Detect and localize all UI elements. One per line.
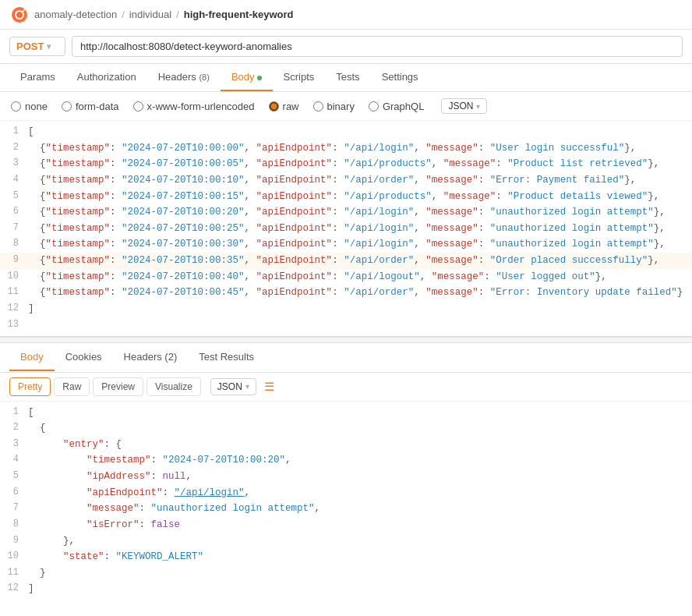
option-raw[interactable]: raw (269, 101, 299, 112)
method-label: POST (16, 41, 44, 52)
chevron-down-icon: ▾ (47, 42, 51, 51)
code-line: 6 "apiEndpoint": "/api/login", (0, 485, 692, 501)
breadcrumb: anomaly-detection / individual / high-fr… (34, 9, 294, 20)
option-form-data[interactable]: form-data (62, 101, 119, 112)
code-line: 1 [ (0, 405, 692, 421)
code-line: 9 {"timestamp": "2024-07-20T10:00:35", "… (0, 253, 692, 269)
json-type-select[interactable]: JSON ▾ (441, 98, 487, 114)
url-bar-row: POST ▾ (0, 30, 692, 64)
code-line: 12 ] (0, 301, 692, 317)
option-urlencoded[interactable]: x-www-form-urlencoded (133, 101, 255, 112)
code-line: 4 "timestamp": "2024-07-20T10:00:20", (0, 452, 692, 469)
response-json-label: JSON (217, 381, 242, 392)
section-divider (0, 337, 692, 343)
method-select[interactable]: POST ▾ (9, 37, 65, 56)
tab-headers[interactable]: Headers (8) (147, 64, 221, 91)
response-format-bar: Pretty Raw Preview Visualize JSON ▾ ☰ (0, 373, 692, 402)
top-bar: anomaly-detection / individual / high-fr… (0, 0, 692, 30)
resp-tab-test-results[interactable]: Test Results (188, 344, 265, 371)
code-line: 2 { (0, 420, 692, 437)
chevron-down-icon: ▾ (245, 382, 249, 391)
code-line: 11 {"timestamp": "2024-07-20T10:00:45", … (0, 285, 692, 301)
option-binary[interactable]: binary (313, 101, 355, 112)
chevron-down-icon: ▾ (476, 102, 480, 111)
code-line: 7 "message": "unauthorized login attempt… (0, 501, 692, 517)
breadcrumb-part2[interactable]: individual (129, 9, 171, 20)
code-line: 7 {"timestamp": "2024-07-20T10:00:25", "… (0, 221, 692, 237)
code-line: 10 {"timestamp": "2024-07-20T10:00:40", … (0, 269, 692, 285)
code-line: 2 {"timestamp": "2024-07-20T10:00:00", "… (0, 140, 692, 157)
code-line: 8 "isError": false (0, 517, 692, 533)
tab-tests[interactable]: Tests (325, 64, 370, 91)
code-line: 8 {"timestamp": "2024-07-20T10:00:30", "… (0, 236, 692, 253)
breadcrumb-part1[interactable]: anomaly-detection (34, 9, 117, 20)
tab-scripts[interactable]: Scripts (273, 64, 326, 91)
tab-settings[interactable]: Settings (371, 64, 429, 91)
format-raw-button[interactable]: Raw (54, 377, 90, 396)
code-line: 5 {"timestamp": "2024-07-20T10:00:15", "… (0, 189, 692, 205)
tab-authorization[interactable]: Authorization (66, 64, 147, 91)
request-code-editor[interactable]: 1 [ 2 {"timestamp": "2024-07-20T10:00:00… (0, 121, 692, 337)
response-code-editor: 1 [ 2 { 3 "entry": { 4 "timestamp": "202… (0, 402, 692, 601)
code-line: 5 "ipAddress": null, (0, 469, 692, 485)
json-type-label: JSON (448, 101, 473, 112)
response-tab-bar: Body Cookies Headers (2) Test Results (0, 343, 692, 373)
code-line: 3 {"timestamp": "2024-07-20T10:00:05", "… (0, 156, 692, 172)
code-line: 13 (0, 317, 692, 333)
postman-logo (11, 6, 28, 23)
tab-body[interactable]: Body (221, 64, 273, 91)
resp-tab-cookies[interactable]: Cookies (55, 344, 113, 371)
code-line: 6 {"timestamp": "2024-07-20T10:00:20", "… (0, 204, 692, 221)
format-preview-button[interactable]: Preview (93, 377, 143, 396)
option-graphql[interactable]: GraphQL (369, 101, 424, 112)
url-input[interactable] (72, 36, 683, 57)
code-line: 10 "state": "KEYWORD_ALERT" (0, 549, 692, 565)
filter-icon[interactable]: ☰ (264, 380, 274, 394)
code-line: 11 } (0, 565, 692, 582)
request-tab-bar: Params Authorization Headers (8) Body Sc… (0, 64, 692, 92)
response-json-select[interactable]: JSON ▾ (210, 378, 256, 395)
option-none[interactable]: none (11, 101, 48, 112)
code-line: 1 [ (0, 124, 692, 140)
breadcrumb-current: high-frequent-keyword (184, 9, 294, 20)
code-line: 9 }, (0, 533, 692, 550)
format-visualize-button[interactable]: Visualize (147, 377, 201, 396)
format-pretty-button[interactable]: Pretty (9, 377, 51, 396)
resp-tab-headers[interactable]: Headers (2) (113, 344, 189, 371)
tab-params[interactable]: Params (9, 64, 66, 91)
code-line: 4 {"timestamp": "2024-07-20T10:00:10", "… (0, 172, 692, 189)
code-line: 3 "entry": { (0, 437, 692, 453)
code-line: 12 ] (0, 581, 692, 597)
resp-tab-body[interactable]: Body (9, 344, 55, 371)
body-options-bar: none form-data x-www-form-urlencoded raw… (0, 92, 692, 121)
